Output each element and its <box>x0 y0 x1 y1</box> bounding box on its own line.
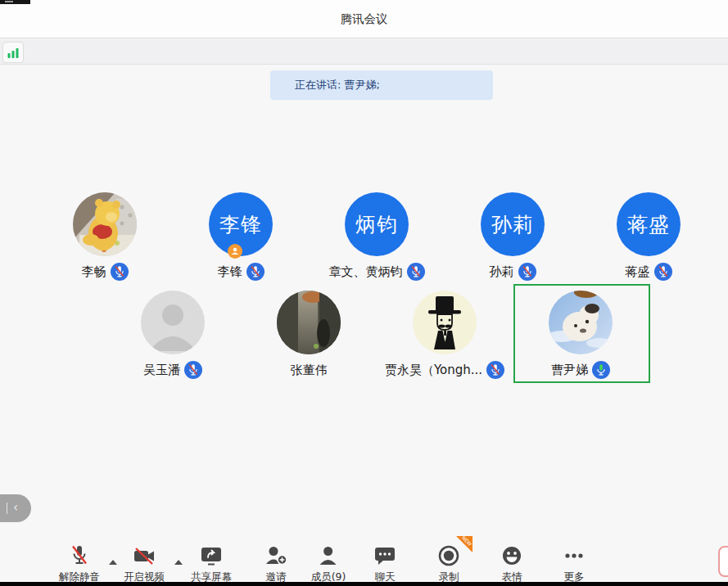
emoji-smiley-icon <box>500 543 524 568</box>
members-person-icon <box>316 543 341 568</box>
speaking-banner: 正在讲话: 曹尹娣; <box>270 70 493 100</box>
participant-tile-lifeng[interactable]: 李锋 李锋 <box>173 192 309 282</box>
toolbar-invite-button[interactable]: 邀请 <box>264 543 288 584</box>
mic-muted-icon <box>67 543 92 568</box>
avatar-photo-pooh <box>73 192 137 256</box>
chat-bubble-icon <box>373 543 397 568</box>
record-circle-icon: NEW <box>436 543 461 568</box>
participant-name: 李畅 <box>82 264 106 280</box>
new-badge: NEW <box>453 536 473 556</box>
participant-tile-sunli[interactable]: 孙莉 孙莉 <box>445 192 581 282</box>
participant-tile-zhangwen-huangbingjun[interactable]: 炳钧 章文、黄炳钧 <box>309 192 445 282</box>
participant-name: 孙莉 <box>490 264 514 280</box>
window-title: 腾讯会议 <box>341 11 388 27</box>
toolbar-record-button[interactable]: NEW 录制 <box>436 543 461 584</box>
participant-row-1: 李畅 李锋 李锋 炳钧 <box>37 192 717 282</box>
camera-off-icon <box>132 543 156 568</box>
more-dots-icon <box>562 543 586 568</box>
end-meeting-button-partial[interactable] <box>718 546 728 577</box>
participant-name-row: 蒋盛 <box>626 262 672 282</box>
avatar-initials: 蒋盛 <box>617 192 681 256</box>
participant-name-row: 张董伟 <box>291 360 328 380</box>
speaking-banner-text: 正在讲话: 曹尹娣; <box>295 78 380 92</box>
unmute-options-caret[interactable] <box>109 560 117 565</box>
participant-name-row: 李锋 <box>218 262 265 282</box>
avatar-initials: 李锋 <box>209 192 273 256</box>
bottom-edge-strip <box>0 582 728 586</box>
toolbar-members-button[interactable]: 成员(9) <box>311 543 346 584</box>
toolbar-emoji-button[interactable]: 表情 <box>500 543 524 584</box>
sidebar-collapse-button[interactable]: ‹ <box>0 494 31 522</box>
avatar-photo-dog-sky <box>549 291 613 354</box>
mic-muted-icon <box>654 263 672 281</box>
avatar-initials-text: 蒋盛 <box>627 211 670 238</box>
mic-muted-icon <box>246 263 265 281</box>
participant-tile-zhangdongwei[interactable]: 张董伟 <box>241 291 377 380</box>
participant-name-row: 孙莉 <box>490 262 536 282</box>
toolbar-chat-button[interactable]: 聊天 <box>373 543 397 584</box>
mic-muted-icon <box>486 361 504 379</box>
invite-person-plus-icon <box>264 543 288 568</box>
participant-name-row: 章文、黄炳钧 <box>329 262 425 282</box>
participant-row-2: 吴玉潘 张董伟 <box>105 291 649 380</box>
collapse-bar <box>7 503 7 514</box>
toolbar-share-screen-button[interactable]: 共享屏幕 <box>191 543 232 584</box>
participant-name: 李锋 <box>218 264 242 280</box>
mic-muted-icon <box>111 263 129 281</box>
titlebar: 腾讯会议 <box>0 0 728 38</box>
tencent-meeting-window: 腾讯会议 正在讲话: 曹尹娣; <box>0 0 728 586</box>
participant-tile-lichang[interactable]: 李畅 <box>37 192 173 282</box>
mic-active-icon <box>592 361 610 379</box>
host-badge-icon <box>228 244 242 259</box>
participant-name-row: 曹尹娣 <box>551 360 610 380</box>
video-options-caret[interactable] <box>174 560 183 565</box>
participant-tile-jiayonghao[interactable]: 贾永昊（Yongh... <box>377 291 513 380</box>
chevron-left-icon: ‹ <box>13 500 18 515</box>
participant-name: 吴玉潘 <box>143 363 180 378</box>
avatar-initials-text: 李锋 <box>219 211 262 238</box>
participant-name-row: 李畅 <box>82 262 129 282</box>
network-signal-icon <box>6 45 20 60</box>
network-signal-button[interactable] <box>2 42 24 63</box>
avatar-initials-text: 炳钧 <box>355 211 398 238</box>
mic-muted-icon <box>518 263 536 281</box>
avatar-initials: 炳钧 <box>345 192 409 256</box>
participant-tile-caoyindi[interactable]: 曹尹娣 <box>513 291 649 380</box>
participant-name: 蒋盛 <box>626 264 650 280</box>
avatar-initials: 孙莉 <box>481 192 545 256</box>
participant-tile-wuyupan[interactable]: 吴玉潘 <box>105 291 241 380</box>
participant-name-row: 吴玉潘 <box>143 360 202 380</box>
participant-name: 贾永昊（Yongh... <box>385 363 482 378</box>
participant-name-row: 贾永昊（Yongh... <box>385 360 504 380</box>
toolbar-more-button[interactable]: 更多 <box>562 543 586 584</box>
mic-muted-icon <box>407 263 425 281</box>
share-screen-icon <box>199 543 224 568</box>
participant-name: 章文、黄炳钧 <box>329 264 403 280</box>
participant-name: 曹尹娣 <box>551 363 588 378</box>
avatar-default-silhouette <box>141 291 205 354</box>
toolbar-start-video-button[interactable]: 开启视频 <box>124 543 165 584</box>
toolbar-unmute-button[interactable]: 解除静音 <box>59 543 100 584</box>
background-window-artifact <box>0 0 30 4</box>
avatar-initials-text: 孙莉 <box>491 211 534 238</box>
status-bar <box>0 39 728 65</box>
participant-tile-jiangsheng[interactable]: 蒋盛 蒋盛 <box>581 192 717 282</box>
avatar-cartoon-top-hat <box>413 291 477 354</box>
mic-muted-icon <box>184 361 202 379</box>
avatar-photo-night-street <box>277 291 341 354</box>
participant-name: 张董伟 <box>291 363 328 378</box>
